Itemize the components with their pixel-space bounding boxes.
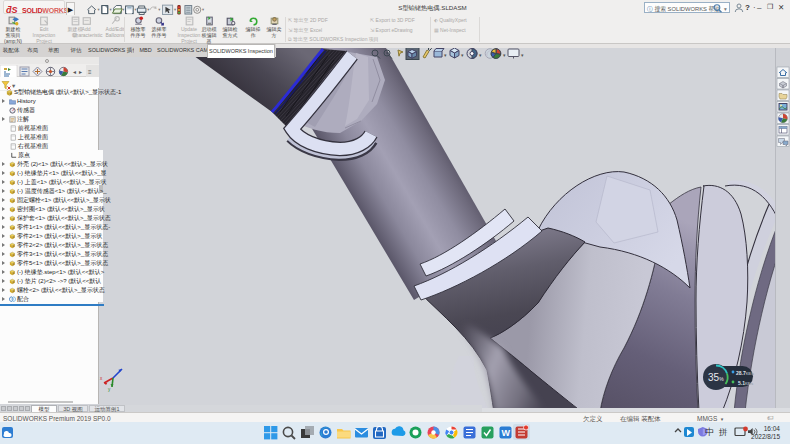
svg-text:▾: ▾ (479, 52, 482, 58)
svg-text:▾: ▾ (503, 52, 506, 58)
svg-text:拼: 拼 (718, 427, 728, 437)
svg-text:▸: ▸ (79, 69, 82, 75)
svg-text:y: y (108, 387, 111, 392)
svg-text:▾: ▾ (461, 52, 464, 58)
svg-text:◂: ◂ (73, 69, 76, 75)
svg-text:x: x (100, 376, 103, 381)
svg-text:▾: ▾ (521, 52, 524, 58)
svg-text:16:04: 16:04 (764, 425, 781, 432)
svg-text:▾: ▾ (724, 6, 727, 12)
svg-text:≡: ≡ (88, 69, 92, 75)
svg-text:▾: ▾ (444, 52, 447, 58)
svg-text:中: 中 (705, 427, 714, 437)
svg-text:W: W (502, 428, 511, 438)
svg-text:2022/8/15: 2022/8/15 (751, 433, 780, 440)
